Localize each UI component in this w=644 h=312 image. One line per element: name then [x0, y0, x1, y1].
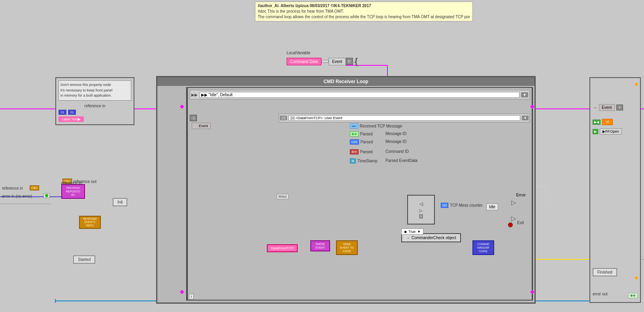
tcp-counter-label: TCP Mess counter	[450, 203, 483, 207]
property-note: Don't remove this property node it's nec…	[59, 80, 131, 101]
pink-diamond-top: ◆	[180, 103, 184, 109]
error-merge-bot: ▷	[511, 215, 516, 222]
event-box: Event	[329, 58, 346, 65]
output-num-box: ⊕⊖	[628, 293, 638, 298]
parse-event-node: PARSE EVENT	[310, 240, 330, 251]
received-tcp-group: abc Received TCP Message	[350, 124, 402, 129]
right-panel: → Event ✕ ▶◀ VI ▶ ▶FP.Open Finished erro	[589, 77, 641, 303]
message-id-label: Message ID	[385, 131, 406, 136]
timestamp-group: ⊛ TimeStamp	[350, 158, 378, 164]
finished-button[interactable]: Finished	[593, 268, 617, 276]
case-num: [2]	[280, 116, 287, 120]
right-panel-ctrl-bot: ◆	[635, 275, 638, 280]
const-553: 553x2	[277, 194, 289, 199]
vi-label: VI	[602, 119, 613, 125]
received-tcp-label: Received TCP Message	[360, 124, 402, 128]
arrow-right: →	[593, 105, 597, 110]
event-case-selector: [2] [2] <DataFromTCP>: User Event ▼	[279, 114, 530, 122]
error-in-label: error in (no error)	[2, 194, 32, 198]
doc-line1: #doc This is the process for hear from T…	[258, 9, 470, 14]
event-right-icon: ✕	[616, 105, 623, 110]
main-canvas: #author_AI. Alberto Izpizua 08/03/2017 ©…	[0, 0, 644, 312]
doc-box: #author_AI. Alberto Izpizua 08/03/2017 ©…	[255, 2, 473, 21]
u32-box: U32	[350, 139, 359, 145]
zero-const: 0	[419, 214, 423, 219]
started-button[interactable]: Started	[73, 255, 95, 264]
doc-line2: The command loop allows the control of t…	[258, 14, 470, 20]
cmd-loop-title: CMD Receiver Loop	[157, 77, 534, 86]
loop-index: i	[189, 294, 194, 299]
error-out-label: error out	[593, 292, 608, 296]
comando-state-node: COMAND MANDAR STATE	[472, 240, 494, 255]
event-node: → Event	[192, 123, 211, 129]
fp-open-label: ▶FP.Open	[600, 128, 622, 135]
data-tcp-selector[interactable]: [2] <DataFromTCP>: User Event	[289, 115, 520, 121]
event-icon: E	[346, 58, 353, 65]
parsed2-label: Parsed	[361, 140, 373, 144]
init-button[interactable]: Init	[113, 198, 127, 206]
ref-in-label: reference in	[59, 104, 131, 108]
case-dropdown-arrow[interactable]: ▼	[522, 116, 529, 120]
u32-parsed-group: U32 Parsed	[350, 139, 373, 145]
num-indicator: 21	[59, 110, 66, 115]
pink-diamond-right-bot: ◆	[530, 288, 534, 295]
right-panel-ctrl-top: ◆	[635, 81, 638, 87]
brace-label: {	[355, 56, 358, 67]
cmd-data-box: Command Data	[287, 58, 321, 65]
left-panel: Don't remove this property node it's nec…	[55, 77, 134, 125]
arrow-icon-commander: →	[406, 236, 410, 240]
parsed3-label: Parsed	[360, 150, 373, 154]
count-struct: ◁ ▷ 0	[407, 195, 435, 224]
default-selector[interactable]: ▶▶ "Idle", Default	[199, 92, 519, 98]
label-text-ref: Label.Text▶	[59, 116, 84, 122]
idle-node: Idle	[486, 204, 498, 210]
minus-one-const: -1	[190, 115, 197, 121]
stop-dot	[508, 223, 513, 227]
event-selector-bar: ▶▶ ▶▶ "Idle", Default ▼	[190, 90, 530, 99]
respond-events-node: RESPOND EVENTS REPO	[79, 216, 101, 229]
error-label-right: Error	[516, 193, 526, 197]
reference-in-label-left: reference in	[2, 186, 23, 190]
local-variable-label: LocalVariable	[287, 51, 358, 55]
data-from-tcp-block: DataFromTCP	[267, 244, 298, 252]
inner-structure: ▶▶ ▶▶ "Idle", Default ▼ [2] [2] <DataFro…	[187, 87, 533, 301]
fp-icon: ▶	[593, 129, 598, 134]
error-merge-top: ▷	[511, 199, 516, 206]
parsed-msg-id-group: ⊕⊖ Parsed	[350, 131, 373, 137]
vi-icon: ▶◀	[593, 120, 601, 125]
x-box: ⊕⊖	[350, 149, 359, 154]
selector-arrows: ▶▶	[191, 93, 198, 97]
parsed-event-data-label: Parsed EventData	[385, 158, 417, 163]
io-box1: ⊕⊖	[350, 131, 359, 137]
increment-icon: ▷	[419, 208, 423, 213]
event-right-group: → Event ✕	[593, 104, 638, 111]
abc-box: abc	[350, 124, 358, 129]
eye-box: ⊛	[350, 158, 356, 164]
timestamp-label: TimeStamp	[357, 159, 378, 163]
error-in-box	[43, 193, 50, 198]
data-box	[321, 60, 329, 63]
right-border-ctrl: ◆ ◆	[533, 87, 534, 301]
exit-label-right: Exit	[517, 221, 524, 225]
num-indicator2: 21	[68, 110, 76, 115]
i32-box-counter: I32	[441, 203, 448, 208]
author-line: #author_AI. Alberto Izpizua 08/03/2017 ©…	[258, 3, 470, 9]
reference-text-label: reference in	[61, 181, 82, 185]
pink-diamond-right-top: ◆	[530, 103, 534, 109]
arrow-node: ◁	[419, 201, 423, 207]
message-id-label2: Message ID	[385, 139, 406, 144]
pink-diamond-bot: ◆	[180, 288, 184, 295]
vi-block: ▶◀ VI	[593, 119, 638, 125]
parsed1-label: Parsed	[360, 132, 373, 136]
event-arrow: →	[195, 124, 198, 128]
send-event-node: SEND EVENT TO STATE	[336, 240, 358, 255]
true-select-box[interactable]: ◆ True ▼	[401, 228, 423, 235]
cmd-id-group: ⊕⊖ Parsed	[350, 149, 373, 154]
left-border-ctrl: ◆ ◆	[157, 87, 187, 301]
cmd-receiver-loop: CMD Receiver Loop ▶▶ ▶▶ "Idle", Default …	[156, 76, 536, 304]
local-variable-group: LocalVariable Command Data Event E {	[287, 51, 358, 67]
selector-dropdown-arrow[interactable]: ▼	[521, 92, 528, 97]
tcp-counter-group: I32 TCP Mess counter	[441, 203, 483, 208]
process-repo-node: PROCESS REPOSITO RY	[61, 184, 85, 199]
reference-in-obj-box: OBJ	[30, 185, 39, 190]
